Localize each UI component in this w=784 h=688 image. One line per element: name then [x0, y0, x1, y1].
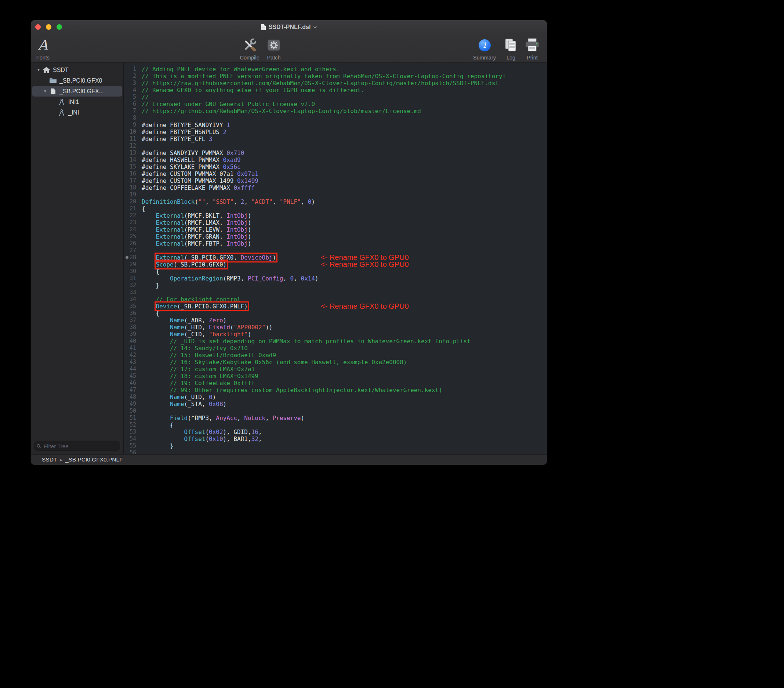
- line-number: 18: [124, 184, 136, 191]
- patch-label: Patch: [267, 55, 280, 61]
- method-icon: [57, 109, 66, 116]
- code-line: 44 // 17: custom LMAX=0x7a1: [124, 366, 547, 373]
- code-editor[interactable]: 1// Adding PNLF device for WhateverGreen…: [124, 63, 547, 454]
- log-documents-icon: [504, 36, 518, 54]
- breadcrumb-root[interactable]: SSDT: [42, 456, 57, 463]
- home-icon: [42, 67, 51, 73]
- filter-tree-input[interactable]: [43, 443, 117, 450]
- tree-item-label: _SB.PCI0.GFX...: [59, 88, 104, 95]
- line-number: 51: [124, 414, 136, 421]
- code-line: 8: [124, 115, 547, 122]
- line-number: 15: [124, 163, 136, 170]
- tree-item-label: _SB.PCI0.GFX0: [59, 78, 102, 84]
- line-number: 43: [124, 359, 136, 366]
- maciasl-window: SSDT-PNLF.dsl A Fonts Compile: [31, 20, 547, 465]
- minimize-button[interactable]: [46, 24, 51, 30]
- line-number: 8: [124, 115, 136, 122]
- line-number: 33: [124, 289, 136, 296]
- title-bar: SSDT-PNLF.dsl: [31, 20, 547, 34]
- line-number: 56: [124, 449, 136, 454]
- zoom-button[interactable]: [56, 24, 62, 30]
- line-number: 37: [124, 317, 136, 324]
- method-icon: [57, 99, 66, 106]
- line-number: 7: [124, 107, 136, 115]
- code-line: 41 // 14: Sandy/Ivy 0x710: [124, 345, 547, 352]
- line-number: 50: [124, 408, 136, 414]
- line-number: 5: [124, 94, 136, 101]
- code-line: 3// https://raw.githubusercontent.com/Re…: [124, 80, 547, 87]
- line-number: 10: [124, 129, 136, 135]
- sidebar-item-sb-pci0-gfx0-pnlf[interactable]: ▼ _SB.PCI0.GFX...: [32, 86, 122, 97]
- code-line: 21{: [124, 205, 547, 212]
- code-line: 20DefinitionBlock("", "SSDT", 2, "ACDT",…: [124, 198, 547, 205]
- code-line: 42 // 15: Haswell/Broadwell 0xad9: [124, 352, 547, 359]
- print-button[interactable]: Print: [518, 35, 546, 61]
- patch-gear-icon: [267, 36, 281, 54]
- line-number: 19: [124, 191, 136, 198]
- line-number: 14: [124, 157, 136, 163]
- line-number: 13: [124, 149, 136, 157]
- code-line: 29 Scope(_SB.PCI0.GFX0)<- Rename GFX0 to…: [124, 261, 547, 268]
- summary-button[interactable]: i Summary: [471, 35, 499, 61]
- code-line: 5//: [124, 94, 547, 101]
- code-line: 18#define COFFEELAKE_PWMMAX 0xffff: [124, 184, 547, 191]
- title-chevron-down-icon[interactable]: [313, 26, 317, 29]
- line-number: 31: [124, 275, 136, 282]
- line-number: 3: [124, 80, 136, 87]
- breadcrumb-separator-icon: ▸: [60, 457, 63, 463]
- code-line: 33: [124, 289, 547, 296]
- sidebar-item-sb-pci0-gfx0[interactable]: _SB.PCI0.GFX0: [32, 75, 122, 86]
- line-number: 17: [124, 177, 136, 184]
- folder-icon: [48, 78, 57, 83]
- line-number: 49: [124, 401, 136, 408]
- breadcrumb-path[interactable]: _SB.PCI0.GFX0.PNLF: [65, 456, 123, 463]
- code-line: 12: [124, 142, 547, 149]
- patch-button[interactable]: Patch: [260, 35, 288, 61]
- disclosure-triangle-icon[interactable]: ▼: [35, 68, 42, 72]
- line-number: 45: [124, 373, 136, 379]
- sidebar: ▼ SSDT _SB.PCI0.GFX0: [31, 63, 124, 454]
- filter-tree-field[interactable]: [34, 441, 120, 451]
- printer-icon: [524, 36, 540, 54]
- acpi-tree: ▼ SSDT _SB.PCI0.GFX0: [31, 63, 124, 118]
- code-line: 2// This is a modified PNLF version orig…: [124, 73, 547, 80]
- code-line: 55 }: [124, 442, 547, 449]
- sidebar-item-ini1[interactable]: INI1: [32, 97, 122, 107]
- line-number: 34: [124, 296, 136, 303]
- code-line: 53 Offset(0x02), GDID,16,: [124, 429, 547, 436]
- status-bar: SSDT ▸ _SB.PCI0.GFX0.PNLF: [31, 454, 547, 465]
- line-number: 41: [124, 345, 136, 352]
- line-number: 53: [124, 429, 136, 436]
- line-number: 46: [124, 379, 136, 386]
- close-button[interactable]: [35, 24, 41, 30]
- disclosure-triangle-icon[interactable]: ▼: [42, 89, 48, 93]
- line-number: 26: [124, 240, 136, 247]
- title-group: SSDT-PNLF.dsl: [260, 24, 318, 30]
- fonts-button[interactable]: A Fonts: [31, 35, 55, 61]
- code-line: 31 OperationRegion(RMP3, PCI_Config, 0, …: [124, 275, 547, 282]
- sidebar-item-ini[interactable]: _INI: [32, 107, 122, 118]
- line-number: 40: [124, 338, 136, 345]
- line-number: 21: [124, 205, 136, 212]
- code-line: 54 Offset(0x10), BAR1,32,: [124, 436, 547, 442]
- code-line: 22 External(RMCF.BKLT, IntObj): [124, 212, 547, 219]
- red-annotation-box: Device(_SB.PCI0.GFX0.PNLF): [156, 303, 248, 310]
- log-label: Log: [507, 55, 516, 61]
- compile-label: Compile: [240, 55, 259, 61]
- code-line: 52 {: [124, 421, 547, 429]
- code-line: 17#define CUSTOM_PWMMAX_1499 0x1499: [124, 177, 547, 184]
- sidebar-item-ssdt[interactable]: ▼ SSDT: [32, 64, 122, 75]
- red-annotation-box: External(_SB.PCI0.GFX0, DeviceObj): [156, 254, 277, 261]
- code-line: 7// https://github.com/RehabMan/OS-X-Clo…: [124, 107, 547, 115]
- compile-button[interactable]: Compile: [236, 35, 264, 61]
- fonts-icon: A: [38, 36, 48, 54]
- code-line: 6// Licensed under GNU General Public Li…: [124, 101, 547, 107]
- code-line: 40 // _UID is set depending on PWMMax to…: [124, 338, 547, 345]
- code-line: 49 Name(_STA, 0x0B): [124, 401, 547, 408]
- line-number: 16: [124, 170, 136, 177]
- line-number: 32: [124, 282, 136, 289]
- line-number: 1: [124, 66, 136, 73]
- toolbar: A Fonts Compile: [31, 34, 547, 63]
- code-line: 51 Field(^RMP3, AnyAcc, NoLock, Preserve…: [124, 414, 547, 421]
- code-line: 1// Adding PNLF device for WhateverGreen…: [124, 66, 547, 73]
